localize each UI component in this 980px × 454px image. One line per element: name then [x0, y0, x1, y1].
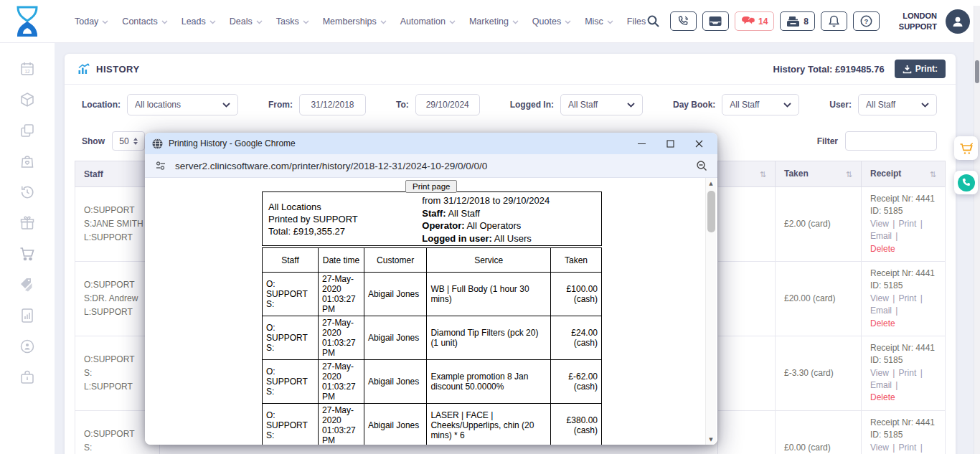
help-button[interactable]: ? — [853, 11, 880, 31]
scroll-down-icon[interactable]: ▼ — [706, 434, 716, 445]
copy-icon[interactable] — [19, 122, 36, 139]
logged-in-select[interactable]: All Staff — [560, 94, 643, 115]
view-link[interactable]: View — [870, 368, 889, 378]
popup-url[interactable]: server2.clinicsoftware.com/printer/histo… — [175, 161, 487, 171]
day-book-select[interactable]: All Staff — [722, 94, 799, 115]
popup-scrollbar[interactable]: ▲ ▼ — [705, 178, 716, 445]
logged-in-value: All Staff — [568, 100, 598, 110]
chevron-down-icon — [607, 20, 613, 24]
col-taken[interactable]: Taken⇅ — [776, 161, 862, 187]
nav-item-quotes[interactable]: Quotes — [532, 16, 571, 27]
report-icon[interactable] — [19, 307, 36, 324]
nav-item-contacts[interactable]: Contacts — [122, 16, 167, 27]
download-icon — [903, 65, 912, 74]
email-link[interactable]: Email — [870, 231, 892, 241]
print-table-row: O: SUPPORT S:27-May-2020 01:03:27 PMAbig… — [263, 404, 602, 445]
chat-button[interactable]: 14 — [735, 11, 774, 31]
site-settings-icon — [155, 161, 166, 171]
delete-link[interactable]: Delete — [870, 318, 895, 330]
to-date-input[interactable] — [415, 94, 480, 115]
gift-icon[interactable] — [19, 214, 36, 232]
view-link[interactable]: View — [870, 443, 889, 453]
case-icon[interactable] — [19, 369, 36, 386]
scroll-up-icon[interactable]: ▲ — [706, 178, 716, 189]
inbox-button[interactable] — [702, 11, 729, 31]
close-button[interactable] — [684, 133, 713, 154]
print-link[interactable]: Print — [899, 368, 917, 378]
nav-item-leads[interactable]: Leads — [182, 16, 216, 27]
print-col-taken: Taken — [551, 248, 602, 273]
till-button[interactable]: 8 — [780, 11, 815, 31]
popup-titlebar[interactable]: Printing History - Google Chrome — [145, 133, 717, 154]
package-icon[interactable] — [19, 91, 36, 108]
nav-item-files[interactable]: Files — [627, 16, 646, 27]
delete-link[interactable]: Delete — [870, 392, 895, 404]
col-receipt[interactable]: Receipt⇅ — [862, 161, 946, 187]
print-col-datetime: Date time — [319, 248, 364, 273]
user-select[interactable]: All Staff — [858, 94, 937, 115]
cart-icon[interactable] — [19, 245, 36, 263]
tags-icon[interactable] — [19, 276, 36, 293]
chevron-down-icon — [161, 20, 168, 24]
page-scrollbar-thumb[interactable] — [975, 60, 979, 83]
location-value: All locations — [135, 100, 181, 110]
bell-icon — [829, 15, 839, 27]
print-table: Staff Date time Customer Service Taken O… — [262, 247, 602, 445]
print-table-header: Staff Date time Customer Service Taken — [263, 248, 602, 273]
search-icon[interactable] — [646, 14, 660, 28]
bag-icon[interactable] — [19, 153, 36, 170]
calendar-icon[interactable]: 12 — [19, 60, 36, 77]
user-avatar[interactable] — [946, 9, 970, 34]
scrollbar-thumb[interactable] — [707, 191, 715, 232]
zoom-out-icon[interactable] — [696, 160, 707, 171]
taken-cell: £2.00 (card) — [776, 187, 862, 262]
clinicsoftware-logo[interactable] — [13, 5, 42, 38]
till-count-badge: 8 — [804, 16, 809, 27]
view-link[interactable]: View — [870, 293, 889, 303]
print-link[interactable]: Print — [899, 219, 917, 229]
nav-item-misc[interactable]: Misc — [585, 16, 613, 27]
print-page-button[interactable]: Print page — [405, 180, 457, 193]
summary-range: from 31/12/2018 to 29/10/2024 — [422, 194, 595, 207]
col-blank[interactable]: ⇅ — [718, 161, 776, 187]
history-icon[interactable] — [19, 184, 36, 201]
chevron-down-icon — [303, 20, 309, 24]
nav-item-memberships[interactable]: Memberships — [323, 16, 387, 27]
print-link[interactable]: Print — [899, 443, 917, 453]
show-entries-select[interactable]: 50 — [112, 131, 145, 151]
sort-icon[interactable]: ⇅ — [846, 170, 852, 179]
print-col-customer: Customer — [364, 248, 427, 273]
chevron-down-icon — [512, 20, 519, 24]
from-date-input[interactable] — [299, 94, 366, 115]
nav-item-deals[interactable]: Deals — [230, 16, 263, 27]
print-button[interactable]: Print: — [895, 60, 946, 78]
page-title: HISTORY — [96, 64, 140, 75]
print-col-service: Service — [427, 248, 551, 273]
nav-item-tasks[interactable]: Tasks — [276, 16, 309, 27]
page-scrollbar[interactable] — [974, 6, 980, 454]
nav-item-marketing[interactable]: Marketing — [469, 16, 519, 27]
maximize-button[interactable] — [656, 133, 684, 154]
notifications-button[interactable] — [821, 11, 847, 31]
time-user-icon[interactable] — [19, 338, 36, 355]
call-fab-button[interactable] — [954, 171, 978, 194]
cart-fab-button[interactable] — [954, 136, 978, 160]
header-actions: 14 8 ? LONDON SUPPORT — [646, 9, 970, 34]
nav-item-automation[interactable]: Automation — [400, 16, 456, 27]
phone-button[interactable] — [670, 11, 697, 31]
filter-input[interactable] — [845, 131, 937, 151]
chart-icon — [77, 63, 90, 75]
nav-item-today[interactable]: Today — [75, 16, 108, 27]
sort-icon[interactable]: ⇅ — [760, 170, 766, 179]
screen: Today Contacts Leads Deals Tasks Members… — [0, 0, 980, 454]
print-link[interactable]: Print — [899, 293, 917, 303]
view-link[interactable]: View — [870, 219, 889, 229]
minimize-button[interactable] — [627, 133, 656, 154]
delete-link[interactable]: Delete — [870, 243, 895, 255]
email-link[interactable]: Email — [870, 380, 892, 390]
location-select[interactable]: All locations — [127, 94, 238, 115]
sort-icon[interactable]: ⇅ — [930, 170, 936, 179]
email-link[interactable]: Email — [870, 306, 892, 316]
nav-label: Today — [75, 16, 98, 27]
cart-icon — [958, 141, 974, 156]
